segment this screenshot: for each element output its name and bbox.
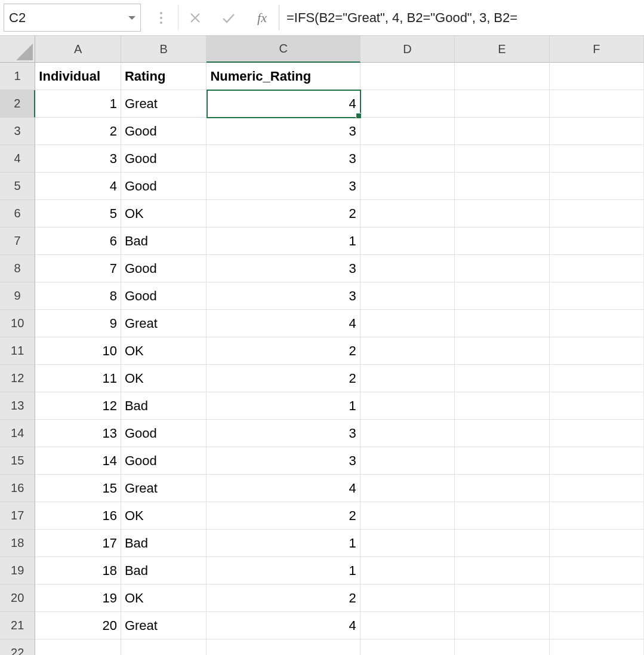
cell-E8[interactable]	[455, 255, 549, 282]
cell-D6[interactable]	[360, 200, 455, 227]
cell-B9[interactable]: Good	[121, 282, 207, 310]
cell-D11[interactable]	[360, 337, 455, 365]
cell-D14[interactable]	[360, 420, 455, 447]
cell-C5[interactable]: 3	[207, 173, 360, 200]
cell-E14[interactable]	[455, 420, 549, 447]
cell-A6[interactable]: 5	[35, 200, 121, 227]
cell-A18[interactable]: 17	[35, 530, 121, 557]
cell-F4[interactable]	[550, 145, 644, 173]
cell-D13[interactable]	[360, 392, 455, 420]
cell-E5[interactable]	[455, 173, 549, 200]
cell-A11[interactable]: 10	[35, 337, 121, 365]
cell-A19[interactable]: 18	[35, 557, 121, 585]
cell-E20[interactable]	[455, 585, 549, 612]
cell-B10[interactable]: Great	[121, 310, 207, 337]
cell-E10[interactable]	[455, 310, 549, 337]
cell-D17[interactable]	[360, 502, 455, 530]
cell-B7[interactable]: Bad	[121, 227, 207, 255]
cell-A17[interactable]: 16	[35, 502, 121, 530]
row-header-7[interactable]: 7	[0, 227, 35, 255]
cell-D20[interactable]	[360, 585, 455, 612]
cell-F8[interactable]	[550, 255, 644, 282]
cell-B3[interactable]: Good	[121, 118, 207, 145]
cell-C10[interactable]: 4	[207, 310, 360, 337]
cell-D2[interactable]	[360, 90, 455, 118]
cell-A1[interactable]: Individual	[35, 63, 121, 90]
cell-C19[interactable]: 1	[207, 557, 360, 585]
cell-C2[interactable]: 4	[207, 90, 360, 118]
cell-C12[interactable]: 2	[207, 365, 360, 392]
cell-D21[interactable]	[360, 612, 455, 639]
row-header-11[interactable]: 11	[0, 337, 35, 365]
cell-B14[interactable]: Good	[121, 420, 207, 447]
cancel-icon[interactable]	[178, 0, 212, 35]
cell-D22[interactable]	[360, 639, 455, 655]
column-header-F[interactable]: F	[550, 36, 644, 63]
column-header-A[interactable]: A	[35, 36, 121, 63]
cell-D9[interactable]	[360, 282, 455, 310]
cell-E6[interactable]	[455, 200, 549, 227]
cell-A2[interactable]: 1	[35, 90, 121, 118]
cell-F14[interactable]	[550, 420, 644, 447]
row-header-6[interactable]: 6	[0, 200, 35, 227]
cell-E16[interactable]	[455, 475, 549, 502]
row-header-19[interactable]: 19	[0, 557, 35, 585]
cell-B8[interactable]: Good	[121, 255, 207, 282]
cell-E19[interactable]	[455, 557, 549, 585]
row-header-9[interactable]: 9	[0, 282, 35, 310]
cell-D7[interactable]	[360, 227, 455, 255]
cell-F3[interactable]	[550, 118, 644, 145]
cell-B2[interactable]: Great	[121, 90, 207, 118]
row-header-18[interactable]: 18	[0, 530, 35, 557]
cell-B17[interactable]: OK	[121, 502, 207, 530]
cell-B6[interactable]: OK	[121, 200, 207, 227]
cell-E12[interactable]	[455, 365, 549, 392]
cell-F20[interactable]	[550, 585, 644, 612]
column-header-D[interactable]: D	[360, 36, 455, 63]
cell-A3[interactable]: 2	[35, 118, 121, 145]
cell-D15[interactable]	[360, 447, 455, 475]
cell-B15[interactable]: Good	[121, 447, 207, 475]
cell-D8[interactable]	[360, 255, 455, 282]
row-header-8[interactable]: 8	[0, 255, 35, 282]
enter-icon[interactable]	[212, 0, 245, 35]
cell-E2[interactable]	[455, 90, 549, 118]
cell-C7[interactable]: 1	[207, 227, 360, 255]
cell-E9[interactable]	[455, 282, 549, 310]
select-all-corner[interactable]	[0, 36, 35, 63]
cell-D18[interactable]	[360, 530, 455, 557]
cell-F5[interactable]	[550, 173, 644, 200]
cell-E4[interactable]	[455, 145, 549, 173]
row-header-20[interactable]: 20	[0, 585, 35, 612]
cell-C15[interactable]: 3	[207, 447, 360, 475]
cell-C9[interactable]: 3	[207, 282, 360, 310]
cell-B19[interactable]: Bad	[121, 557, 207, 585]
row-header-13[interactable]: 13	[0, 392, 35, 420]
cell-E11[interactable]	[455, 337, 549, 365]
row-header-10[interactable]: 10	[0, 310, 35, 337]
cell-C8[interactable]: 3	[207, 255, 360, 282]
cell-C6[interactable]: 2	[207, 200, 360, 227]
cell-F6[interactable]	[550, 200, 644, 227]
column-header-C[interactable]: C	[207, 36, 360, 63]
cell-C13[interactable]: 1	[207, 392, 360, 420]
cell-D3[interactable]	[360, 118, 455, 145]
cell-E18[interactable]	[455, 530, 549, 557]
cell-F11[interactable]	[550, 337, 644, 365]
cell-C20[interactable]: 2	[207, 585, 360, 612]
cell-E7[interactable]	[455, 227, 549, 255]
cell-C1[interactable]: Numeric_Rating	[207, 63, 360, 90]
cell-E3[interactable]	[455, 118, 549, 145]
cell-B16[interactable]: Great	[121, 475, 207, 502]
cell-E15[interactable]	[455, 447, 549, 475]
cell-A13[interactable]: 12	[35, 392, 121, 420]
cell-B12[interactable]: OK	[121, 365, 207, 392]
row-header-14[interactable]: 14	[0, 420, 35, 447]
cell-B13[interactable]: Bad	[121, 392, 207, 420]
cell-F16[interactable]	[550, 475, 644, 502]
cell-A15[interactable]: 14	[35, 447, 121, 475]
cell-A10[interactable]: 9	[35, 310, 121, 337]
cell-A7[interactable]: 6	[35, 227, 121, 255]
cell-E21[interactable]	[455, 612, 549, 639]
cell-C17[interactable]: 2	[207, 502, 360, 530]
